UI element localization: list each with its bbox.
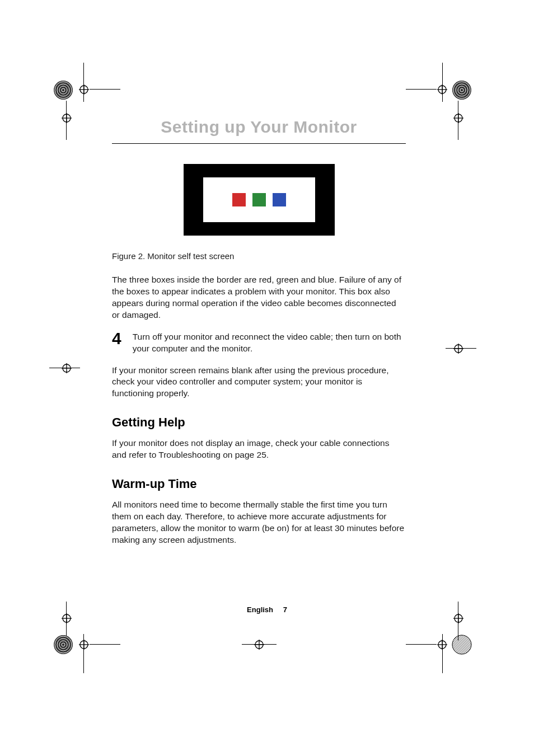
crop-line [49, 368, 80, 368]
figure-monitor-self-test [112, 164, 406, 236]
crop-line [90, 89, 120, 90]
red-box-icon [232, 193, 246, 206]
crop-line [66, 101, 67, 140]
monitor-test-inner [203, 177, 315, 222]
crop-line [446, 348, 476, 349]
svg-point-5 [452, 81, 471, 100]
registration-cross-icon [437, 640, 447, 650]
crop-line [83, 63, 84, 102]
registration-cross-icon [79, 84, 89, 95]
paragraph: If your monitor screen remains blank aft… [112, 365, 406, 400]
svg-point-0 [54, 81, 73, 100]
registration-cross-icon [79, 640, 89, 650]
step-number: 4 [112, 330, 121, 347]
step-4: 4 Turn off your monitor and reconnect th… [112, 330, 406, 355]
crop-line [406, 89, 437, 90]
content-area: Setting up Your Monitor Figure 2. Monito… [112, 118, 406, 546]
footer-page-number: 7 [283, 605, 287, 614]
heading-warm-up-time: Warm-up Time [112, 477, 406, 491]
page: Setting up Your Monitor Figure 2. Monito… [0, 0, 534, 756]
registration-cross-icon [437, 84, 447, 95]
blue-box-icon [273, 193, 286, 206]
paragraph: The three boxes inside the border are re… [112, 274, 406, 321]
green-box-icon [252, 193, 266, 206]
registration-rosette-icon [53, 79, 74, 101]
step-text: Turn off your monitor and reconnect the … [133, 330, 406, 355]
paragraph: If your monitor does not display an imag… [112, 438, 406, 461]
crop-line [442, 63, 443, 102]
svg-point-34 [54, 635, 73, 654]
crop-line [458, 101, 458, 140]
crop-line [242, 644, 277, 645]
registration-rosette-icon [451, 79, 472, 101]
monitor-test-screen-icon [184, 164, 335, 236]
registration-rosette-icon [53, 634, 74, 655]
footer-language: English [247, 605, 273, 614]
crop-line [90, 644, 120, 645]
crop-line [406, 644, 437, 645]
chapter-title: Setting up Your Monitor [112, 118, 406, 144]
paragraph: All monitors need time to become thermal… [112, 499, 406, 546]
page-footer: English 7 [0, 605, 534, 614]
figure-caption: Figure 2. Monitor self test screen [112, 251, 406, 261]
heading-getting-help: Getting Help [112, 415, 406, 430]
registration-rosette-icon [451, 634, 472, 655]
